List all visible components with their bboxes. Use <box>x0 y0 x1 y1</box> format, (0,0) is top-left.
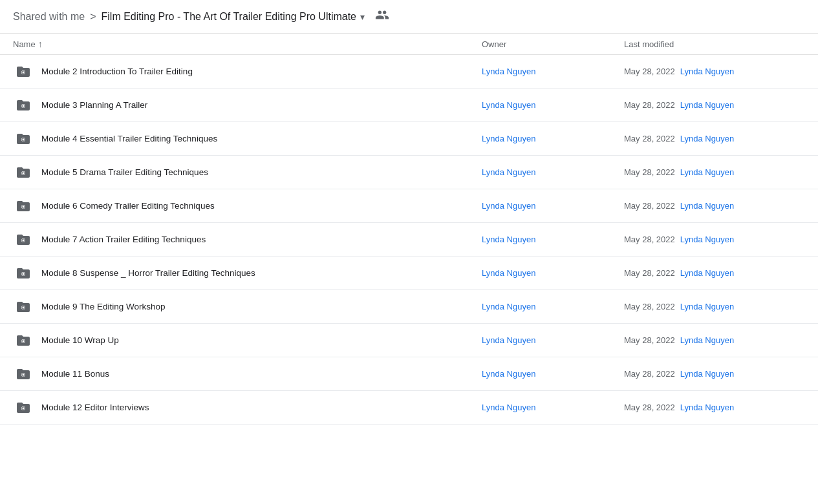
row-name-cell: Module 11 Bonus <box>13 364 482 384</box>
shared-folder-icon <box>13 330 34 351</box>
modified-by[interactable]: Lynda Nguyen <box>680 403 734 412</box>
shared-folder-icon <box>13 162 34 183</box>
row-owner[interactable]: Lynda Nguyen <box>482 235 624 244</box>
svg-point-13 <box>22 275 25 277</box>
folder-name: Module 5 Drama Trailer Editing Technique… <box>41 167 208 177</box>
row-modified: May 28, 2022 Lynda Nguyen <box>624 134 805 143</box>
row-name-cell: Module 3 Planning A Trailer <box>13 95 482 116</box>
folder-name: Module 10 Wrap Up <box>41 335 119 345</box>
modified-date: May 28, 2022 <box>624 335 675 345</box>
column-last-modified: Last modified <box>624 39 805 49</box>
row-modified: May 28, 2022 Lynda Nguyen <box>624 403 805 412</box>
row-owner[interactable]: Lynda Nguyen <box>482 335 624 345</box>
svg-point-7 <box>22 174 25 176</box>
table-row[interactable]: Module 9 The Editing Workshop Lynda Nguy… <box>0 290 818 324</box>
row-owner[interactable]: Lynda Nguyen <box>482 369 624 379</box>
row-modified: May 28, 2022 Lynda Nguyen <box>624 201 805 211</box>
row-name-cell: Module 9 The Editing Workshop <box>13 297 482 317</box>
row-owner[interactable]: Lynda Nguyen <box>482 201 624 211</box>
row-name-cell: Module 7 Action Trailer Editing Techniqu… <box>13 229 482 250</box>
table-row[interactable]: Module 5 Drama Trailer Editing Technique… <box>0 156 818 189</box>
row-owner[interactable]: Lynda Nguyen <box>482 268 624 278</box>
modified-by[interactable]: Lynda Nguyen <box>680 235 734 244</box>
modified-date: May 28, 2022 <box>624 235 675 244</box>
row-owner[interactable]: Lynda Nguyen <box>482 100 624 110</box>
table-row[interactable]: Module 12 Editor Interviews Lynda Nguyen… <box>0 391 818 425</box>
modified-by[interactable]: Lynda Nguyen <box>680 302 734 311</box>
modified-date: May 28, 2022 <box>624 167 675 177</box>
row-owner[interactable]: Lynda Nguyen <box>482 167 624 177</box>
shared-folder-icon <box>13 95 34 116</box>
shared-folder-icon <box>13 397 34 418</box>
row-owner[interactable]: Lynda Nguyen <box>482 302 624 311</box>
shared-folder-icon <box>13 129 34 149</box>
current-folder-title: Film Editing Pro - The Art Of Trailer Ed… <box>102 11 365 23</box>
row-name-cell: Module 4 Essential Trailer Editing Techn… <box>13 129 482 149</box>
modified-date: May 28, 2022 <box>624 369 675 379</box>
folder-name: Module 12 Editor Interviews <box>41 403 149 412</box>
header: Shared with me > Film Editing Pro - The … <box>0 0 818 34</box>
modified-by[interactable]: Lynda Nguyen <box>680 100 734 110</box>
modified-by[interactable]: Lynda Nguyen <box>680 369 734 379</box>
row-owner[interactable]: Lynda Nguyen <box>482 403 624 412</box>
table-row[interactable]: Module 11 Bonus Lynda Nguyen May 28, 202… <box>0 357 818 391</box>
shared-folder-icon <box>13 229 34 250</box>
row-modified: May 28, 2022 Lynda Nguyen <box>624 369 805 379</box>
modified-by[interactable]: Lynda Nguyen <box>680 335 734 345</box>
folder-name: Module 7 Action Trailer Editing Techniqu… <box>41 235 206 244</box>
current-folder-name: Film Editing Pro - The Art Of Trailer Ed… <box>102 11 357 23</box>
row-modified: May 28, 2022 Lynda Nguyen <box>624 100 805 110</box>
modified-date: May 28, 2022 <box>624 134 675 143</box>
row-modified: May 28, 2022 Lynda Nguyen <box>624 302 805 311</box>
column-owner: Owner <box>482 39 624 49</box>
modified-date: May 28, 2022 <box>624 201 675 211</box>
chevron-down-icon[interactable]: ▾ <box>360 12 365 22</box>
row-name-cell: Module 12 Editor Interviews <box>13 397 482 418</box>
modified-date: May 28, 2022 <box>624 302 675 311</box>
svg-point-21 <box>22 410 25 411</box>
shared-folder-icon <box>13 196 34 216</box>
folder-name: Module 11 Bonus <box>41 369 109 379</box>
table-row[interactable]: Module 8 Suspense _ Horror Trailer Editi… <box>0 257 818 290</box>
shared-folder-icon <box>13 263 34 284</box>
svg-point-15 <box>22 309 25 310</box>
svg-point-17 <box>22 342 25 344</box>
modified-by[interactable]: Lynda Nguyen <box>680 201 734 211</box>
row-modified: May 28, 2022 Lynda Nguyen <box>624 167 805 177</box>
table-body: Module 2 Introduction To Trailer Editing… <box>0 55 818 425</box>
folder-name: Module 8 Suspense _ Horror Trailer Editi… <box>41 268 255 278</box>
table-row[interactable]: Module 4 Essential Trailer Editing Techn… <box>0 122 818 156</box>
row-name-cell: Module 2 Introduction To Trailer Editing <box>13 61 482 82</box>
table-row[interactable]: Module 10 Wrap Up Lynda Nguyen May 28, 2… <box>0 324 818 357</box>
table-row[interactable]: Module 7 Action Trailer Editing Techniqu… <box>0 223 818 257</box>
modified-by[interactable]: Lynda Nguyen <box>680 134 734 143</box>
modified-by[interactable]: Lynda Nguyen <box>680 268 734 278</box>
shared-folder-icon <box>13 364 34 384</box>
shared-folder-icon <box>13 297 34 317</box>
row-owner[interactable]: Lynda Nguyen <box>482 67 624 76</box>
modified-date: May 28, 2022 <box>624 67 675 76</box>
column-name[interactable]: Name ↑ <box>13 39 482 49</box>
modified-by[interactable]: Lynda Nguyen <box>680 167 734 177</box>
row-name-cell: Module 8 Suspense _ Horror Trailer Editi… <box>13 263 482 284</box>
svg-point-9 <box>22 208 25 209</box>
folder-name: Module 3 Planning A Trailer <box>41 100 147 110</box>
shared-with-me-link[interactable]: Shared with me <box>13 11 85 23</box>
table-header: Name ↑ Owner Last modified <box>0 34 818 55</box>
shared-folder-icon <box>13 61 34 82</box>
svg-point-5 <box>22 141 25 142</box>
svg-point-3 <box>22 107 25 109</box>
people-icon[interactable] <box>375 8 389 25</box>
table-row[interactable]: Module 6 Comedy Trailer Editing Techniqu… <box>0 189 818 223</box>
svg-point-19 <box>22 376 25 377</box>
breadcrumb-separator: > <box>90 11 96 23</box>
folder-name: Module 4 Essential Trailer Editing Techn… <box>41 134 217 143</box>
row-owner[interactable]: Lynda Nguyen <box>482 134 624 143</box>
table-row[interactable]: Module 3 Planning A Trailer Lynda Nguyen… <box>0 89 818 122</box>
table-row[interactable]: Module 2 Introduction To Trailer Editing… <box>0 55 818 89</box>
name-label: Name <box>13 39 36 49</box>
row-modified: May 28, 2022 Lynda Nguyen <box>624 335 805 345</box>
modified-by[interactable]: Lynda Nguyen <box>680 67 734 76</box>
row-name-cell: Module 5 Drama Trailer Editing Technique… <box>13 162 482 183</box>
row-modified: May 28, 2022 Lynda Nguyen <box>624 235 805 244</box>
